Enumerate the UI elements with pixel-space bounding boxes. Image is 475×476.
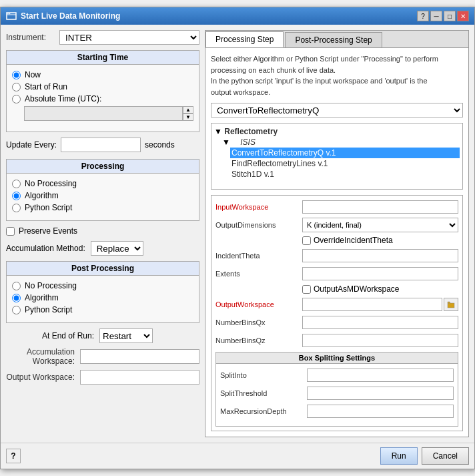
box-splitting-group: Box Splitting Settings SplitInto SplitTh… (215, 352, 458, 427)
tree-leaf-convert[interactable]: ConvertToReflectometryQ v.1 (230, 148, 460, 158)
close-button[interactable]: ✕ (457, 11, 469, 21)
tab-post-processing-step[interactable]: Post-Processing Step (285, 32, 382, 47)
post-no-processing-radio[interactable] (12, 282, 21, 290)
preserve-events-row: Preserve Events (6, 226, 199, 236)
minimize-button[interactable]: ─ (430, 11, 442, 21)
output-workspace-browse-btn[interactable] (444, 298, 458, 311)
info-text: Select either Algorithm or Python Script… (211, 53, 463, 97)
run-button[interactable]: Run (380, 447, 418, 465)
split-threshold-label: SplitThreshold (220, 389, 307, 397)
post-python-radio[interactable] (12, 306, 21, 314)
absolute-time-label: Absolute Time (UTC): (25, 94, 101, 103)
proc-python-row: Python Script (12, 203, 193, 212)
incident-theta-input[interactable] (302, 249, 458, 262)
datetime-up[interactable]: ▲ (183, 106, 193, 113)
output-workspace-prop-row: OutputWorkspace (215, 297, 458, 312)
end-of-run-select[interactable]: Restart (99, 328, 153, 343)
post-no-processing-label: No Processing (25, 281, 77, 290)
extents-input[interactable] (302, 267, 458, 280)
instrument-row: Instrument: INTER (6, 30, 199, 45)
main-window: Start Live Data Monitoring ? ─ □ ✕ Instr… (0, 7, 475, 469)
datetime-down[interactable]: ▼ (183, 113, 193, 121)
datetime-input[interactable]: 05/03/2012 10:59:19 AM (24, 106, 183, 121)
max-recursion-input[interactable] (307, 405, 454, 418)
proc-python-radio[interactable] (12, 204, 21, 212)
num-bins-qx-row: NumberBinsQx (215, 315, 458, 330)
output-workspace-input[interactable]: results (80, 370, 199, 385)
split-threshold-input[interactable] (307, 387, 454, 400)
help-button[interactable]: ? (6, 449, 21, 463)
post-algorithm-row: Algorithm (12, 293, 193, 302)
preserve-events-label: Preserve Events (19, 226, 77, 236)
datetime-spinner: ▲ ▼ (183, 106, 193, 121)
starting-time-title: Starting Time (7, 51, 199, 65)
tree-reflectometry: Reflectometry (224, 127, 278, 136)
now-radio[interactable] (12, 71, 21, 79)
accum-workspace-label: Accumulation Workspace: (6, 347, 80, 366)
seconds-label: seconds (145, 140, 175, 150)
post-algorithm-radio[interactable] (12, 294, 21, 302)
num-bins-qz-input[interactable] (302, 334, 458, 347)
num-bins-qx-label: NumberBinsQx (215, 318, 302, 326)
preserve-events-checkbox[interactable] (6, 227, 15, 236)
max-recursion-row: MaxRecursionDepth (220, 404, 454, 419)
output-workspace-row: Output Workspace: results (6, 370, 199, 385)
max-recursion-label: MaxRecursionDepth (220, 407, 307, 415)
start-of-run-radio-row: Start of Run (12, 82, 193, 91)
incident-theta-row: IncidentTheta (215, 248, 458, 263)
now-label: Now (25, 70, 41, 79)
tree-leaf-stitch[interactable]: Stitch1D v.1 (230, 169, 460, 180)
override-theta-label: OverrideIncidentTheta (314, 236, 393, 245)
num-bins-qz-label: NumberBinsQz (215, 336, 302, 344)
instrument-select[interactable]: INTER (59, 30, 199, 45)
tree-leaf-find[interactable]: FindReflectometryLines v.1 (230, 158, 460, 169)
output-dimensions-select[interactable]: K (incident, final) (302, 218, 458, 232)
algo-select-row: ConvertToReflectometryQ (211, 103, 463, 117)
output-md-checkbox[interactable] (302, 285, 311, 294)
processing-content: No Processing Algorithm Python Script (7, 174, 199, 220)
output-dimensions-row: OutputDimensions K (incident, final) (215, 218, 458, 232)
algorithm-dropdown[interactable]: ConvertToReflectometryQ (211, 103, 463, 117)
output-workspace-input-group (302, 298, 458, 311)
svg-point-2 (7, 13, 9, 15)
update-input[interactable]: 3 (61, 138, 141, 152)
input-workspace-input[interactable] (302, 200, 458, 214)
num-bins-qx-input[interactable] (302, 316, 458, 329)
datetime-row: 05/03/2012 10:59:19 AM ▲ ▼ (24, 106, 193, 121)
output-workspace-prop-input[interactable] (302, 298, 442, 311)
output-dimensions-label: OutputDimensions (215, 221, 302, 229)
accum-workspace-input[interactable]: tmp (80, 349, 199, 364)
algorithm-tree[interactable]: ▼ Reflectometry ▼ ISIS ConvertToReflecto… (211, 123, 463, 190)
maximize-button[interactable]: □ (444, 11, 456, 21)
accum-workspace-row: Accumulation Workspace: tmp (6, 347, 199, 366)
absolute-time-radio[interactable] (12, 95, 21, 103)
incident-theta-label: IncidentTheta (215, 252, 302, 260)
tree-item-isis: ▼ ISIS (222, 137, 460, 148)
proc-algorithm-radio[interactable] (12, 192, 21, 200)
main-content: Instrument: INTER Starting Time Now Star… (1, 25, 474, 443)
tree-isis: ISIS (240, 138, 256, 147)
tree-expand-icon-isis: ▼ (222, 138, 232, 147)
output-workspace-label: Output Workspace: (6, 373, 80, 382)
override-theta-checkbox[interactable] (302, 236, 311, 245)
accum-method-select[interactable]: Replace (91, 241, 143, 256)
folder-icon (447, 300, 455, 308)
tab-content: Select either Algorithm or Python Script… (205, 48, 468, 437)
split-into-input[interactable] (307, 369, 454, 382)
proc-algorithm-row: Algorithm (12, 191, 193, 200)
tab-processing-step[interactable]: Processing Step (205, 31, 284, 47)
cancel-button[interactable]: Cancel (422, 447, 469, 465)
svg-point-3 (9, 13, 11, 15)
end-of-run-label: At End of Run: (6, 331, 99, 340)
tree-item: ▼ Reflectometry (214, 126, 460, 137)
properties-section: InputWorkspace OutputDimensions K (incid… (211, 195, 463, 431)
extents-row: Extents (215, 266, 458, 281)
processing-group: Processing No Processing Algorithm Pytho… (6, 159, 199, 221)
processing-title: Processing (7, 160, 199, 174)
left-panel: Instrument: INTER Starting Time Now Star… (6, 30, 199, 437)
output-md-label: OutputAsMDWorkspace (314, 284, 400, 294)
help-title-button[interactable]: ? (417, 11, 429, 21)
proc-no-processing-radio[interactable] (12, 180, 21, 188)
start-of-run-radio[interactable] (12, 83, 21, 91)
footer-buttons: Run Cancel (380, 447, 469, 465)
